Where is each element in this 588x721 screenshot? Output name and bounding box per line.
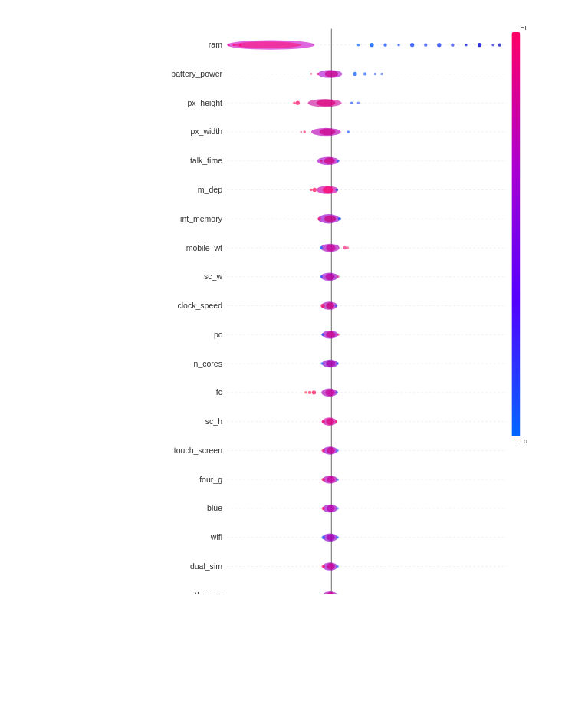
svg-point-72	[319, 129, 335, 136]
svg-point-87	[317, 217, 320, 220]
feature-label-dual-sim: dual_sim	[190, 561, 222, 571]
svg-point-66	[317, 100, 336, 107]
svg-point-92	[343, 246, 347, 249]
svg-point-113	[308, 391, 311, 394]
svg-point-118	[322, 420, 325, 423]
svg-point-74	[300, 131, 302, 133]
svg-point-123	[336, 449, 339, 453]
feature-label-sc-w: sc_w	[204, 272, 222, 281]
feature-label-sc-h: sc_h	[205, 416, 222, 426]
svg-point-93	[347, 246, 350, 249]
svg-point-96	[320, 275, 323, 278]
svg-point-112	[312, 390, 316, 394]
feature-label-pc: pc	[214, 330, 222, 339]
svg-point-105	[337, 334, 340, 337]
svg-point-114	[304, 391, 307, 394]
feature-label-wifi: wifi	[210, 532, 222, 542]
svg-point-134	[322, 536, 325, 539]
svg-point-100	[320, 304, 324, 308]
svg-point-63	[317, 73, 320, 76]
svg-point-69	[350, 101, 353, 104]
svg-point-99	[326, 302, 334, 309]
svg-point-61	[374, 73, 377, 76]
svg-point-129	[327, 505, 335, 512]
svg-point-88	[338, 217, 341, 220]
svg-point-59	[353, 72, 356, 76]
svg-point-131	[336, 507, 339, 510]
feature-label-clock-speed: clock_speed	[178, 301, 223, 310]
feature-label-px-width: px_width	[190, 127, 222, 136]
feature-label-touch-screen: touch_screen	[174, 446, 222, 455]
svg-point-137	[327, 563, 335, 570]
svg-point-86	[324, 216, 337, 222]
svg-point-49	[451, 43, 454, 46]
svg-point-101	[335, 305, 338, 308]
svg-point-52	[491, 44, 494, 47]
svg-point-70	[357, 101, 360, 104]
feature-label-talk-time: talk_time	[190, 156, 222, 165]
svg-point-84	[336, 189, 339, 192]
svg-point-77	[324, 157, 335, 164]
svg-point-83	[310, 189, 313, 192]
feature-label-ram: ram	[209, 40, 222, 49]
feature-label-three-g: three_g	[195, 591, 222, 595]
feature-label-mobile-wt: mobile_wt	[186, 243, 222, 252]
svg-point-68	[293, 101, 296, 104]
colorbar-feature-value-label: Feature value	[525, 215, 527, 260]
colorbar	[512, 32, 521, 436]
svg-point-48	[437, 43, 441, 47]
svg-point-91	[320, 246, 323, 249]
svg-point-41	[234, 41, 301, 48]
svg-point-121	[327, 447, 335, 454]
svg-point-97	[337, 275, 340, 278]
svg-point-53	[498, 43, 501, 46]
svg-point-56	[228, 44, 230, 46]
svg-point-108	[320, 362, 324, 365]
svg-point-75	[347, 130, 350, 133]
svg-point-55	[232, 44, 235, 47]
svg-point-60	[363, 72, 366, 75]
svg-point-135	[336, 536, 339, 539]
colorbar-low-label: Low	[520, 437, 527, 445]
feature-label-fc: fc	[216, 387, 222, 397]
svg-point-103	[326, 331, 335, 338]
svg-point-126	[322, 478, 325, 481]
svg-point-62	[380, 73, 383, 76]
svg-point-117	[326, 418, 334, 425]
colorbar-high-label: High	[520, 24, 527, 31]
main-chart: ram battery_power px_height px_width tal…	[123, 15, 527, 594]
svg-point-54	[239, 44, 242, 47]
svg-point-109	[336, 362, 339, 365]
svg-point-125	[327, 476, 335, 483]
svg-point-79	[337, 160, 340, 163]
svg-point-139	[336, 565, 339, 568]
feature-label-battery-power: battery_power	[171, 69, 222, 78]
svg-point-133	[327, 534, 335, 541]
svg-point-138	[322, 565, 325, 568]
svg-point-130	[322, 507, 325, 510]
svg-point-107	[326, 360, 335, 367]
svg-point-104	[321, 334, 324, 337]
feature-label-n-cores: n_cores	[194, 359, 222, 368]
svg-point-47	[424, 43, 427, 46]
svg-point-46	[410, 43, 414, 47]
svg-point-67	[296, 101, 300, 105]
svg-point-122	[322, 449, 325, 452]
svg-point-82	[313, 188, 317, 192]
svg-point-44	[383, 43, 386, 46]
feature-label-blue: blue	[207, 503, 222, 512]
feature-label-four-g: four_g	[199, 475, 222, 484]
feature-label-px-height: px_height	[187, 98, 222, 107]
svg-point-127	[336, 478, 339, 481]
chart-container: ram battery_power px_height px_width tal…	[0, 0, 588, 721]
svg-point-119	[335, 420, 338, 423]
svg-point-73	[303, 130, 306, 133]
svg-point-42	[357, 44, 360, 47]
feature-label-m-dep: m_dep	[198, 185, 222, 194]
feature-label-int-memory: int_memory	[180, 214, 223, 223]
svg-point-90	[326, 245, 335, 252]
svg-point-58	[325, 71, 339, 77]
svg-point-43	[370, 43, 373, 47]
svg-point-51	[478, 43, 481, 47]
svg-point-95	[325, 273, 334, 280]
